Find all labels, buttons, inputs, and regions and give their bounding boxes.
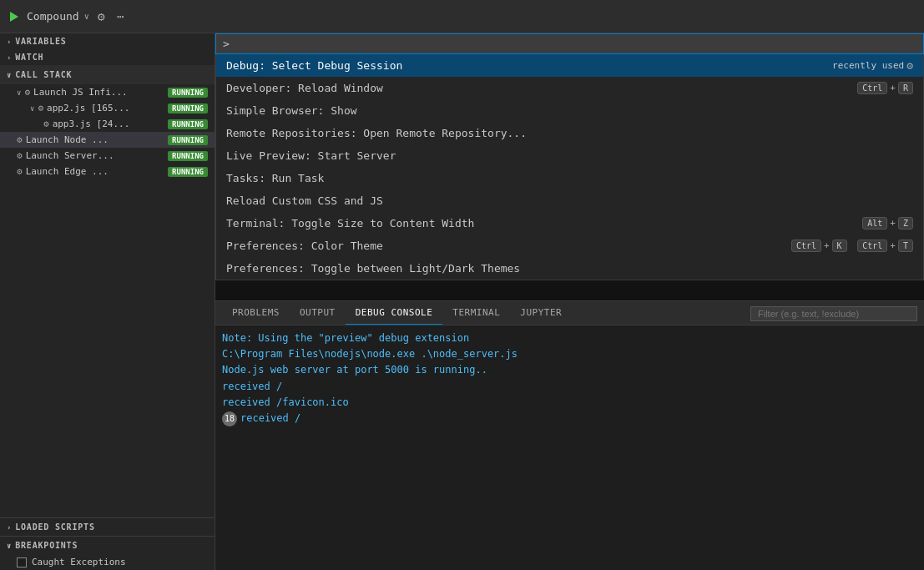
key-k: K bbox=[832, 240, 847, 252]
caught-exceptions-checkbox[interactable] bbox=[17, 557, 27, 567]
call-stack-item[interactable]: ⚙ app3.js [24... RUNNING bbox=[0, 116, 215, 132]
variables-section[interactable]: › VARIABLES bbox=[0, 33, 215, 49]
command-list: Debug: Select Debug Session recently use… bbox=[215, 54, 924, 280]
tab-jupyter[interactable]: JUPYTER bbox=[510, 301, 572, 325]
bottom-panel: PROBLEMS OUTPUT DEBUG CONSOLE TERMINAL J… bbox=[215, 300, 924, 570]
running-badge: RUNNING bbox=[168, 103, 208, 113]
plus-sep: + bbox=[890, 83, 896, 93]
key-alt: Alt bbox=[862, 217, 887, 230]
call-stack-item[interactable]: ⚙ Launch Node ... RUNNING bbox=[0, 132, 215, 148]
running-badge: RUNNING bbox=[168, 135, 208, 145]
play-icon bbox=[10, 12, 18, 22]
running-badge: RUNNING bbox=[168, 119, 208, 129]
item-label: Launch Edge ... bbox=[26, 166, 109, 177]
call-stack-label: CALL STACK bbox=[15, 70, 72, 79]
debug-gear-icon: ⚙ bbox=[43, 119, 49, 129]
gear-icon[interactable]: ⚙ bbox=[94, 8, 109, 26]
tab-debug-console[interactable]: DEBUG CONSOLE bbox=[346, 301, 443, 325]
command-item-shortcut: Alt + Z bbox=[862, 217, 913, 230]
command-item[interactable]: Live Preview: Start Server bbox=[216, 144, 923, 167]
console-line: received /favicon.ico bbox=[222, 395, 917, 411]
command-item-label: Tasks: Run Task bbox=[226, 172, 913, 184]
filter-input[interactable] bbox=[750, 306, 917, 321]
key-r: R bbox=[898, 82, 913, 94]
caught-exceptions-row: Caught Exceptions bbox=[0, 554, 215, 570]
watch-arrow: › bbox=[7, 53, 12, 62]
breakpoints-section[interactable]: ∨ BREAKPOINTS bbox=[0, 536, 215, 554]
call-stack-item[interactable]: ∨ ⚙ app2.js [165... RUNNING bbox=[0, 100, 215, 116]
command-item-shortcut: Ctrl + K Ctrl + T bbox=[791, 240, 913, 252]
running-badge: RUNNING bbox=[168, 88, 208, 98]
debug-gear-icon: ⚙ bbox=[17, 150, 23, 161]
tab-output[interactable]: OUTPUT bbox=[290, 301, 346, 325]
console-line: 18received / bbox=[222, 411, 917, 426]
caught-exceptions-label: Caught Exceptions bbox=[32, 557, 126, 567]
command-item-label: Developer: Reload Window bbox=[226, 82, 851, 94]
console-line: received / bbox=[222, 379, 917, 395]
command-item-shortcut: Ctrl + R bbox=[857, 82, 913, 94]
console-output: Note: Using the "preview" debug extensio… bbox=[215, 325, 924, 570]
tab-problems[interactable]: PROBLEMS bbox=[222, 301, 290, 325]
debug-gear-icon: ⚙ bbox=[24, 87, 30, 98]
command-item-label: Simple Browser: Show bbox=[226, 104, 913, 117]
call-stack-section[interactable]: ∨ CALL STACK bbox=[0, 65, 215, 84]
breakpoints-label: BREAKPOINTS bbox=[15, 541, 78, 550]
top-bar: Compound ∨ ⚙ ⋯ bbox=[0, 0, 924, 33]
console-line: Note: Using the "preview" debug extensio… bbox=[222, 330, 917, 346]
command-item[interactable]: Simple Browser: Show bbox=[216, 99, 923, 122]
debug-gear-icon: ⚙ bbox=[38, 103, 43, 113]
command-item[interactable]: Reload Custom CSS and JS bbox=[216, 189, 923, 212]
console-line: Node.js web server at port 5000 is runni… bbox=[222, 362, 917, 378]
chevron-down-icon[interactable]: ∨ bbox=[84, 12, 89, 21]
command-palette-input-row bbox=[215, 33, 924, 54]
command-item[interactable]: Preferences: Toggle between Light/Dark T… bbox=[216, 257, 923, 280]
sidebar: › VARIABLES › WATCH ∨ CALL STACK ∨ ⚙ Lau… bbox=[0, 33, 215, 570]
more-icon[interactable]: ⋯ bbox=[114, 8, 128, 26]
command-item[interactable]: Terminal: Toggle Size to Content Width A… bbox=[216, 212, 923, 235]
watch-label: WATCH bbox=[15, 53, 43, 62]
call-stack-item[interactable]: ∨ ⚙ Launch JS Infi... RUNNING bbox=[0, 84, 215, 100]
command-item-label: Terminal: Toggle Size to Content Width bbox=[226, 217, 856, 230]
panel-tabs: PROBLEMS OUTPUT DEBUG CONSOLE TERMINAL J… bbox=[215, 301, 924, 325]
console-line: C:\Program Files\nodejs\node.exe .\node_… bbox=[222, 346, 917, 362]
key-ctrl: Ctrl bbox=[857, 82, 887, 94]
command-item[interactable]: Developer: Reload Window Ctrl + R bbox=[216, 77, 923, 99]
command-item-label: Preferences: Color Theme bbox=[226, 240, 785, 252]
command-item[interactable]: Remote Repositories: Open Remote Reposit… bbox=[216, 122, 923, 144]
command-item-label: Remote Repositories: Open Remote Reposit… bbox=[226, 127, 913, 139]
item-label: Launch JS Infi... bbox=[33, 87, 128, 98]
running-badge: RUNNING bbox=[168, 167, 208, 177]
play-button[interactable] bbox=[7, 9, 22, 24]
watch-section[interactable]: › WATCH bbox=[0, 49, 215, 65]
sidebar-bottom: › LOADED SCRIPTS ∨ BREAKPOINTS Caught Ex… bbox=[0, 517, 215, 570]
key-ctrl: Ctrl bbox=[791, 240, 821, 252]
item-label: Launch Node ... bbox=[26, 134, 109, 145]
call-stack-item[interactable]: ⚙ Launch Edge ... RUNNING bbox=[0, 164, 215, 179]
command-item[interactable]: Preferences: Color Theme Ctrl + K Ctrl +… bbox=[216, 235, 923, 257]
right-area: Debug: Select Debug Session recently use… bbox=[215, 33, 924, 570]
settings-icon[interactable]: ⚙ bbox=[906, 59, 913, 72]
command-palette: Debug: Select Debug Session recently use… bbox=[215, 33, 924, 280]
debug-gear-icon: ⚙ bbox=[17, 166, 23, 177]
item-label: app2.js [165... bbox=[47, 103, 129, 113]
call-stack-arrow: ∨ bbox=[7, 71, 12, 79]
debug-gear-icon: ⚙ bbox=[17, 134, 23, 145]
variables-arrow: › bbox=[7, 38, 12, 46]
command-item[interactable]: Tasks: Run Task bbox=[216, 167, 923, 189]
loaded-scripts-section[interactable]: › LOADED SCRIPTS bbox=[0, 518, 215, 536]
tab-terminal[interactable]: TERMINAL bbox=[442, 301, 510, 325]
expand-arrow-icon: ∨ bbox=[17, 88, 21, 97]
command-item-label: Reload Custom CSS and JS bbox=[226, 194, 913, 207]
command-palette-input[interactable] bbox=[223, 38, 916, 50]
key-t: T bbox=[898, 240, 913, 252]
shortcut-text: recently used bbox=[832, 60, 904, 71]
item-label: Launch Server... bbox=[26, 150, 114, 161]
command-item[interactable]: Debug: Select Debug Session recently use… bbox=[216, 54, 923, 77]
command-item-label: Preferences: Toggle between Light/Dark T… bbox=[226, 262, 913, 275]
plus-sep: + bbox=[890, 218, 896, 229]
compound-label: Compound bbox=[27, 10, 79, 23]
plus-sep: + bbox=[824, 240, 830, 251]
command-item-label: Debug: Select Debug Session bbox=[226, 59, 826, 72]
call-stack-item[interactable]: ⚙ Launch Server... RUNNING bbox=[0, 148, 215, 164]
command-item-shortcut: recently used ⚙ bbox=[832, 59, 913, 72]
